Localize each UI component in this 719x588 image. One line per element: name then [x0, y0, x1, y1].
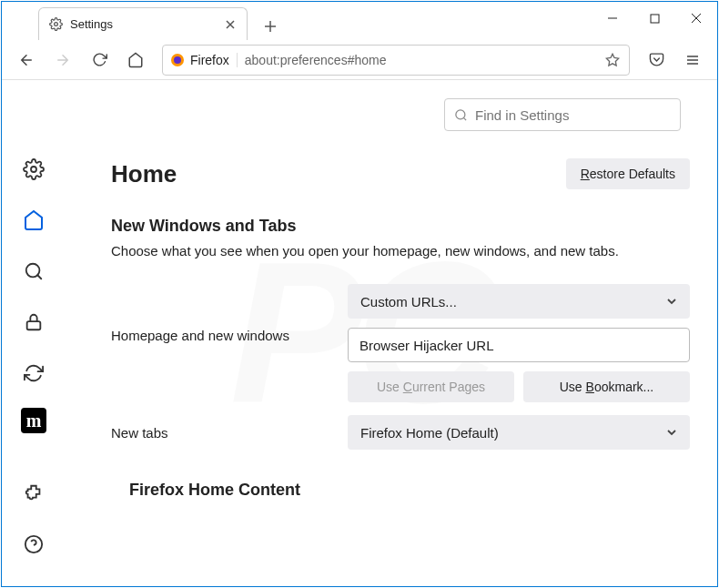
settings-search[interactable] [444, 98, 681, 131]
minimize-button[interactable] [592, 2, 633, 35]
homepage-mode-select[interactable]: Custom URLs... [348, 284, 690, 319]
new-tabs-label: New tabs [111, 425, 348, 441]
use-current-pages-button[interactable]: Use Current Pages [348, 371, 514, 402]
window-close-button[interactable] [675, 2, 717, 35]
sidebar-item-search[interactable] [17, 255, 50, 288]
homepage-url-input[interactable] [348, 328, 690, 362]
site-identity: Firefox [170, 53, 238, 67]
main-content: Home Restore Defaults New Windows and Ta… [66, 80, 717, 586]
sidebar-item-support[interactable] [17, 528, 50, 561]
toolbar: Firefox about:preferences#home [2, 40, 717, 80]
maximize-button[interactable] [633, 2, 675, 35]
pocket-icon[interactable] [641, 45, 672, 76]
close-icon[interactable] [223, 17, 238, 32]
svg-point-3 [174, 56, 181, 64]
chevron-down-icon [666, 296, 677, 307]
svg-rect-7 [27, 321, 41, 329]
page-title: Home [111, 160, 177, 188]
settings-sidebar: m [2, 80, 66, 586]
new-tab-button[interactable] [257, 13, 284, 40]
svg-point-5 [31, 167, 36, 172]
url-text: about:preferences#home [245, 53, 596, 67]
new-tabs-select[interactable]: Firefox Home (Default) [348, 415, 690, 450]
svg-point-0 [54, 23, 57, 26]
settings-search-input[interactable] [475, 107, 671, 123]
select-value: Firefox Home (Default) [360, 425, 499, 441]
sidebar-item-home[interactable] [17, 204, 50, 237]
back-button[interactable] [11, 45, 42, 76]
reload-button[interactable] [84, 45, 115, 76]
chevron-down-icon [666, 427, 677, 438]
section-heading-firefox-home-content: Firefox Home Content [129, 481, 690, 500]
browser-tab[interactable]: Settings [38, 7, 248, 40]
homepage-label: Homepage and new windows [111, 284, 348, 343]
gear-icon [48, 17, 63, 32]
titlebar: Settings [2, 2, 717, 40]
svg-point-9 [456, 109, 465, 118]
sidebar-item-general[interactable] [17, 153, 50, 186]
use-bookmark-button[interactable]: Use Bookmark... [523, 371, 690, 402]
home-button[interactable] [120, 45, 151, 76]
forward-button[interactable] [47, 45, 78, 76]
sidebar-item-privacy[interactable] [17, 306, 50, 339]
section-description: Choose what you see when you open your h… [111, 243, 690, 259]
tab-title: Settings [70, 17, 216, 31]
search-icon [454, 108, 468, 122]
sidebar-item-extensions[interactable] [17, 477, 50, 510]
restore-defaults-button[interactable]: Restore Defaults [566, 158, 690, 189]
svg-marker-4 [606, 54, 618, 66]
bookmark-star-icon[interactable] [603, 51, 622, 69]
menu-button[interactable] [677, 45, 708, 76]
select-value: Custom URLs... [360, 294, 457, 309]
svg-rect-1 [651, 15, 659, 23]
sidebar-item-more-from-mozilla[interactable]: m [21, 408, 46, 433]
identity-label: Firefox [190, 53, 229, 67]
address-bar[interactable]: Firefox about:preferences#home [162, 45, 630, 76]
firefox-icon [170, 53, 185, 67]
sidebar-item-sync[interactable] [17, 357, 50, 390]
section-heading-new-windows-tabs: New Windows and Tabs [111, 217, 690, 236]
